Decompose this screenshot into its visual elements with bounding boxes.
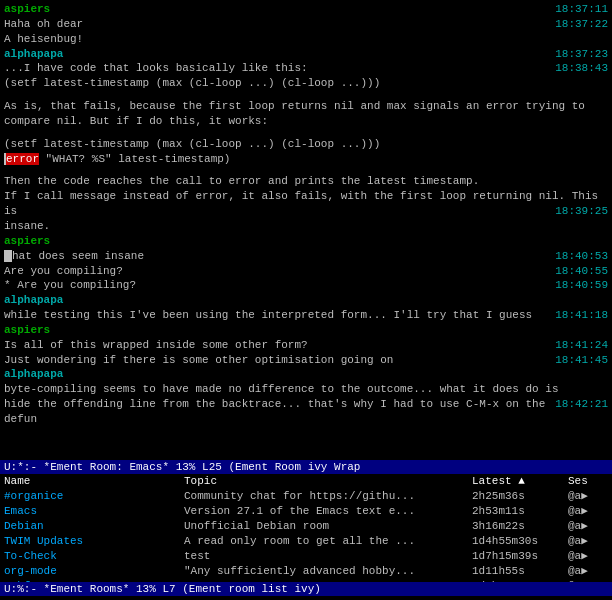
table-row: org-mode"Any sufficiently advanced hobby… <box>0 563 612 578</box>
col-header-ses: Ses <box>564 474 612 488</box>
timestamp: 18:40:55 <box>555 264 608 279</box>
message-text: As is, that fails, because the first loo… <box>4 100 585 112</box>
timestamp: 18:37:22 <box>555 17 608 32</box>
timestamp: 18:37:23 <box>555 47 608 62</box>
table-header-row: Name Topic Latest ▲ Ses <box>0 474 612 488</box>
message-block: aspiers 18:37:11 <box>4 2 608 17</box>
message-block: aspiers <box>4 234 608 249</box>
message-text: Then the code reaches the call to error … <box>4 175 479 187</box>
room-ses-cell: @a▶ <box>564 488 612 503</box>
col-header-name: Name <box>0 474 180 488</box>
username: aspiers <box>4 235 50 247</box>
message-text: Are you compiling? <box>4 265 123 277</box>
col-header-latest: Latest ▲ <box>468 474 564 488</box>
room-name-cell[interactable]: Debian <box>0 518 180 533</box>
table-row: DebianUnofficial Debian room3h16m22s@a▶ <box>0 518 612 533</box>
room-topic-cell: Unofficial Debian room <box>180 518 468 533</box>
message-text: * Are you compiling? <box>4 279 136 291</box>
message-block: aspiers <box>4 323 608 338</box>
chat-line: If I call message instead of error, it a… <box>4 189 608 219</box>
room-list-area: Name Topic Latest ▲ Ses #organiceCommuni… <box>0 474 612 582</box>
room-name-link[interactable]: Emacs <box>4 505 37 517</box>
room-name-link[interactable]: !xbfPHSTwPySgaIeJnz:ma... <box>4 580 169 583</box>
room-latest-cell: 3h16m22s <box>468 518 564 533</box>
chat-line: A heisenbug! <box>4 32 608 47</box>
room-latest-cell: 1d7h15m39s <box>468 548 564 563</box>
chat-line: (setf latest-timestamp (max (cl-loop ...… <box>4 137 608 152</box>
timestamp: 18:39:25 <box>555 204 608 219</box>
chat-line: Haha oh dear 18:37:22 <box>4 17 608 32</box>
message-text: byte-compiling seems to have made no dif… <box>4 383 559 395</box>
timestamp: 18:41:24 <box>555 338 608 353</box>
room-name-cell[interactable]: !xbfPHSTwPySgaIeJnz:ma... <box>0 578 180 582</box>
chat-line: while testing this I've been using the i… <box>4 308 608 323</box>
status-bar-bottom: U:%:- *Ement Rooms* 13% L7 (Ement room l… <box>0 582 612 596</box>
chat-line <box>4 91 608 99</box>
room-table: Name Topic Latest ▲ Ses #organiceCommuni… <box>0 474 612 582</box>
message-text: ...I have code that looks basically like… <box>4 62 308 74</box>
message-text: Haha oh dear <box>4 18 83 30</box>
status-bar-top: U:*:- *Ement Room: Emacs* 13% L25 (Ement… <box>0 460 612 474</box>
chat-line: (setf latest-timestamp (max (cl-loop ...… <box>4 76 608 91</box>
message-block: alphapapa <box>4 367 608 382</box>
room-name-cell[interactable]: #organice <box>0 488 180 503</box>
message-text: compare nil. But if I do this, it works: <box>4 115 268 127</box>
username: alphapapa <box>4 48 63 60</box>
chat-line: hat does seem insane 18:40:53 <box>4 249 608 264</box>
message-text: hat does seem insane <box>12 250 144 262</box>
room-latest-cell: 2h53m11s <box>468 503 564 518</box>
chat-line: Is all of this wrapped inside some other… <box>4 338 608 353</box>
chat-line: byte-compiling seems to have made no dif… <box>4 382 608 397</box>
chat-line <box>4 166 608 174</box>
username: aspiers <box>4 324 50 336</box>
table-row: TWIM UpdatesA read only room to get all … <box>0 533 612 548</box>
message-text: while testing this I've been using the i… <box>4 309 532 321</box>
chat-line: ...I have code that looks basically like… <box>4 61 608 76</box>
chat-line: Then the code reaches the call to error … <box>4 174 608 189</box>
room-latest-cell: 1d11h55s <box>468 563 564 578</box>
room-topic-cell: A read only room to get all the ... <box>180 533 468 548</box>
room-table-body: #organiceCommunity chat for https://gith… <box>0 488 612 582</box>
message-text: hide the offending line from the backtra… <box>4 398 545 425</box>
room-name-link[interactable]: org-mode <box>4 565 57 577</box>
table-row: To-Checktest1d7h15m39s@a▶ <box>0 548 612 563</box>
message-block: alphapapa 18:37:23 <box>4 47 608 62</box>
timestamp: 18:40:59 <box>555 278 608 293</box>
username: alphapapa <box>4 294 63 306</box>
room-name-link[interactable]: TWIM Updates <box>4 535 83 547</box>
message-text: insane. <box>4 220 50 232</box>
message-text: A heisenbug! <box>4 33 83 45</box>
room-name-link[interactable]: To-Check <box>4 550 57 562</box>
chat-line: Just wondering if there is some other op… <box>4 353 608 368</box>
chat-line: As is, that fails, because the first loo… <box>4 99 608 114</box>
room-ses-cell: @a▶ <box>564 533 612 548</box>
room-name-cell[interactable]: Emacs <box>0 503 180 518</box>
col-header-topic: Topic <box>180 474 468 488</box>
status-bar-bottom-text: U:%:- *Ement Rooms* 13% L7 (Ement room l… <box>4 583 321 595</box>
message-text: If I call message instead of error, it a… <box>4 190 598 217</box>
username: alphapapa <box>4 368 63 380</box>
room-name-link[interactable]: #organice <box>4 490 63 502</box>
message-text: Is all of this wrapped inside some other… <box>4 339 308 351</box>
message-block: alphapapa <box>4 293 608 308</box>
chat-line: * Are you compiling? 18:40:59 <box>4 278 608 293</box>
chat-line: hide the offending line from the backtra… <box>4 397 608 427</box>
message-text: Just wondering if there is some other op… <box>4 354 393 366</box>
room-topic-cell: Community chat for https://githu... <box>180 488 468 503</box>
chat-area: aspiers 18:37:11 Haha oh dear 18:37:22 A… <box>0 0 612 460</box>
table-row: EmacsVersion 27.1 of the Emacs text e...… <box>0 503 612 518</box>
chat-line: Are you compiling? 18:40:55 <box>4 264 608 279</box>
room-name-cell[interactable]: To-Check <box>0 548 180 563</box>
timestamp: 18:41:18 <box>555 308 608 323</box>
chat-line: insane. <box>4 219 608 234</box>
room-topic-cell: "Any sufficiently advanced hobby... <box>180 563 468 578</box>
cursor <box>4 250 12 262</box>
chat-line: error "WHAT? %S" latest-timestamp) <box>4 152 608 167</box>
room-ses-cell: @a▶ <box>564 563 612 578</box>
room-name-cell[interactable]: TWIM Updates <box>0 533 180 548</box>
room-latest-cell: 2h25m36s <box>468 488 564 503</box>
room-name-link[interactable]: Debian <box>4 520 44 532</box>
chat-line: compare nil. But if I do this, it works: <box>4 114 608 129</box>
room-name-cell[interactable]: org-mode <box>0 563 180 578</box>
room-topic-cell: test <box>180 548 468 563</box>
